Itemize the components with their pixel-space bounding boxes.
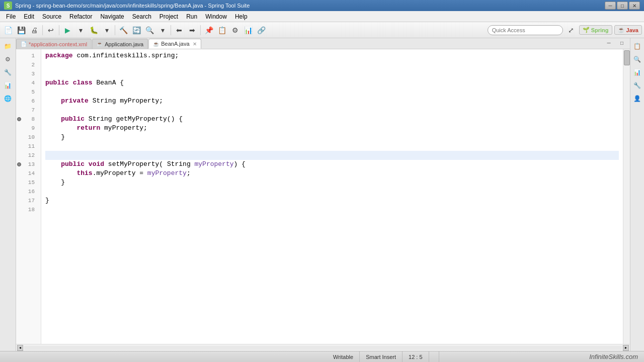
ln-16: 16 [16, 187, 38, 196]
nav-btn2[interactable]: ➡ [186, 24, 198, 36]
sidebar-icon-1[interactable]: 📁 [2, 40, 14, 52]
code-line-6: private String myProperty; [45, 97, 619, 106]
main-area: 📁 ⚙ 🔧 📊 🌐 📄 *application-context.xml ☕ A… [0, 38, 644, 351]
scroll-left[interactable]: ◂ [17, 345, 23, 351]
left-sidebar: 📁 ⚙ 🔧 📊 🌐 [0, 38, 16, 351]
code-editor[interactable]: 1 2 3 4 5 6 7 8 9 10 11 12 13 14 [16, 49, 630, 344]
tab-application-context[interactable]: 📄 *application-context.xml [16, 39, 92, 49]
tab-maximize[interactable]: □ [616, 38, 628, 49]
toolbar: 📄 💾 🖨 ↩ ▶ ▾ 🐛 ▾ 🔨 🔄 🔍 ▾ ⬅ ➡ 📌 📋 ⚙ 📊 🔗 ⤢ … [0, 22, 644, 38]
misc-btn2[interactable]: 📋 [216, 24, 228, 36]
code-line-15: } [45, 178, 619, 187]
scroll-right[interactable]: ▸ [623, 345, 629, 351]
code-line-16 [45, 187, 619, 196]
close-button[interactable]: ✕ [629, 2, 640, 10]
ln-8: 8 [16, 115, 38, 124]
search-btn[interactable]: 🔍 [143, 24, 155, 36]
menu-project[interactable]: Project [155, 12, 182, 21]
tab-label-2: BeanA.java [161, 41, 189, 47]
java-icon-tab1: ☕ [97, 41, 103, 47]
menu-file[interactable]: File [2, 12, 20, 21]
menu-navigate[interactable]: Navigate [96, 12, 128, 21]
code-line-4: public class BeanA { [45, 78, 619, 87]
code-line-5 [45, 87, 619, 97]
perspective-maximize[interactable]: ⤢ [565, 24, 577, 36]
java-icon-tab2: ☕ [153, 41, 159, 47]
minimize-button[interactable]: ─ [605, 2, 616, 10]
code-content[interactable]: package com.infiniteskills.spring; publi… [41, 49, 623, 344]
right-icon-1[interactable]: 📋 [631, 40, 643, 52]
code-line-10: } [45, 133, 619, 142]
sidebar-icon-3[interactable]: 🔧 [2, 66, 14, 78]
sep2 [59, 25, 59, 35]
quick-access-container: ⤢ 🌱 Spring ☕ Java [488, 24, 642, 36]
right-icon-2[interactable]: 🔍 [631, 53, 643, 65]
code-line-14: this.myProperty = myProperty; [45, 169, 619, 178]
search-dropdown[interactable]: ▾ [156, 24, 169, 36]
spring-perspective-button[interactable]: 🌱 Spring [579, 25, 612, 35]
code-line-17: } [45, 196, 619, 205]
sep3 [115, 25, 115, 35]
java-perspective-button[interactable]: ☕ Java [614, 25, 642, 35]
ln-15: 15 [16, 178, 38, 187]
ln-12: 12 [16, 151, 38, 160]
sep1 [42, 25, 43, 35]
save-button[interactable]: 💾 [15, 24, 27, 36]
status-bar: Writable Smart Insert 12 : 5 InfiniteSki… [0, 351, 644, 362]
title-bar: S Spring - spring-bean-demo/src/main/jav… [0, 0, 644, 11]
ln-14: 14 [16, 169, 38, 178]
right-icon-3[interactable]: 📊 [631, 66, 643, 78]
sidebar-icon-2[interactable]: ⚙ [2, 53, 14, 65]
misc-btn3[interactable]: ⚙ [229, 24, 241, 36]
right-sidebar: 📋 🔍 📊 🔧 👤 [630, 38, 644, 351]
code-line-8: public String getMyProperty() { [45, 115, 619, 124]
xml-icon: 📄 [21, 41, 27, 47]
ln-18: 18 [16, 205, 38, 214]
misc-btn1[interactable]: 📌 [203, 24, 215, 36]
ln-13: 13 [16, 160, 38, 169]
menu-window[interactable]: Window [201, 12, 231, 21]
code-line-2 [45, 60, 619, 69]
menu-source[interactable]: Source [38, 12, 65, 21]
ln-5: 5 [16, 87, 38, 97]
undo-button[interactable]: ↩ [45, 24, 57, 36]
code-line-18 [45, 205, 619, 214]
menu-search[interactable]: Search [128, 12, 155, 21]
print-button[interactable]: 🖨 [28, 24, 40, 36]
new-button[interactable]: 📄 [2, 24, 14, 36]
horizontal-scrollbar[interactable]: ◂ ▸ [16, 344, 630, 351]
sidebar-icon-5[interactable]: 🌐 [2, 93, 14, 105]
ln-10: 10 [16, 133, 38, 142]
menu-run[interactable]: Run [182, 12, 201, 21]
sep4 [171, 25, 171, 35]
tab-close-button[interactable]: ✕ [193, 41, 197, 47]
cursor-position: 12 : 5 [403, 351, 429, 363]
refresh-button[interactable]: 🔄 [130, 24, 142, 36]
sidebar-icon-4[interactable]: 📊 [2, 79, 14, 92]
build-button[interactable]: 🔨 [117, 24, 129, 36]
misc-btn4[interactable]: 📊 [242, 24, 254, 36]
menu-refactor[interactable]: Refactor [65, 12, 96, 21]
right-icon-5[interactable]: 👤 [631, 93, 643, 105]
scroll-track[interactable] [24, 346, 622, 350]
debug-button[interactable]: 🐛 [88, 24, 100, 36]
menu-help[interactable]: Help [231, 12, 252, 21]
quick-access-input[interactable] [488, 25, 563, 35]
right-icon-4[interactable]: 🔧 [631, 79, 643, 92]
maximize-button[interactable]: □ [617, 2, 628, 10]
nav-btn1[interactable]: ⬅ [173, 24, 185, 36]
code-line-9: return myProperty; [45, 124, 619, 133]
misc-btn5[interactable]: 🔗 [255, 24, 267, 36]
ln-7: 7 [16, 106, 38, 115]
tab-bean-a[interactable]: ☕ BeanA.java ✕ [148, 39, 201, 49]
code-line-3 [45, 69, 619, 78]
tab-minimize[interactable]: ─ [603, 38, 615, 49]
menu-edit[interactable]: Edit [20, 12, 38, 21]
run-button[interactable]: ▶ [61, 24, 73, 36]
ln-6: 6 [16, 97, 38, 106]
status-right: InfiniteSkills.com [583, 353, 644, 360]
run-dropdown[interactable]: ▾ [74, 24, 87, 36]
debug-dropdown[interactable]: ▾ [101, 24, 113, 36]
tab-application-java[interactable]: ☕ Application.java [92, 39, 148, 49]
editor-scrollbar[interactable] [623, 49, 630, 344]
